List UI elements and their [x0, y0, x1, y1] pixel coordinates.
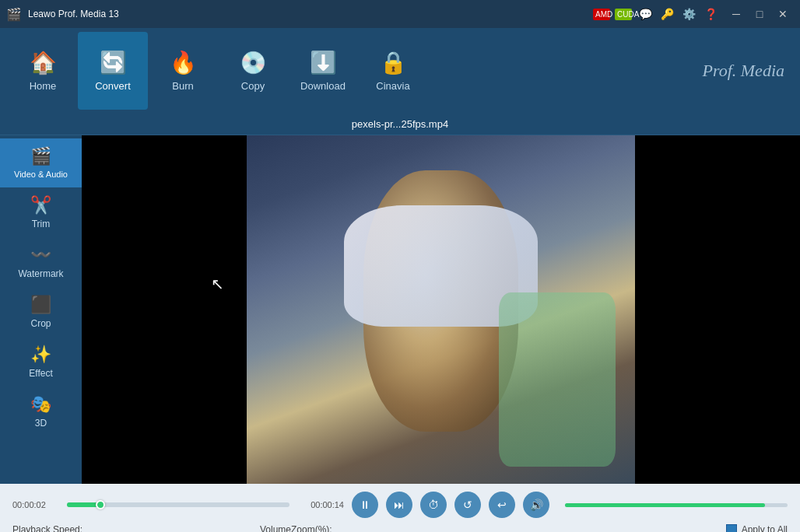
volume-fill [565, 503, 765, 507]
sidebar-trim-label: Trim [32, 219, 51, 229]
window-controls: ─ □ ✕ [725, 6, 794, 22]
nav-home[interactable]: 🏠 Home [8, 32, 78, 110]
burn-icon: 🔥 [170, 50, 197, 75]
timeline-row: 00:00:02 00:00:14 ⏸ ⏭ ⏱ ↺ ↩ 🔊 [12, 492, 788, 518]
sidebar: 🎬 Video & Audio ✂️ Trim 〰️ Watermark ⬛ C… [0, 135, 82, 484]
app-logo: 🎬 [6, 7, 22, 22]
volume-zoom-label: VolumeZoom(%): [260, 524, 431, 532]
video-content [247, 135, 634, 484]
video-background-person [499, 292, 616, 467]
apply-section: Apply to All Reset [726, 524, 788, 532]
apply-to-all-label: Apply to All [742, 524, 788, 532]
sidebar-watermark-label: Watermark [18, 268, 63, 279]
sidebar-crop-label: Crop [30, 318, 51, 329]
bottom-controls: Playback Speed: ⊖ ⊕ 1/4 1/3 1/2 1 2 3 4 [12, 524, 788, 532]
copy-icon: 💿 [240, 50, 267, 75]
nav-cinavia-label: Cinavia [376, 80, 409, 92]
amd-icon[interactable]: AMD [593, 9, 610, 20]
volume-button[interactable]: 🔊 [523, 492, 549, 518]
filename-label: pexels-pr...25fps.mp4 [352, 118, 448, 130]
nav-home-label: Home [30, 80, 57, 92]
maximize-button[interactable]: □ [749, 6, 770, 22]
video-frame: ↖ [82, 135, 800, 484]
nav-copy[interactable]: 💿 Copy [218, 32, 288, 110]
title-bar: 🎬 Leawo Prof. Media 13 AMD CUDA 💬 🔑 ⚙️ ❓… [0, 0, 800, 28]
volume-zoom-section: VolumeZoom(%): ⊖ ⊕ 100 0 500 Remove Nois… [260, 524, 431, 532]
video-preview-area: ↖ [82, 135, 800, 484]
speed-section: Playback Speed: ⊖ ⊕ 1/4 1/3 1/2 1 2 3 4 [12, 524, 244, 532]
app-title: Leawo Prof. Media 13 [28, 9, 587, 19]
key-icon[interactable]: 🔑 [658, 8, 675, 20]
sidebar-item-watermark[interactable]: 〰️ Watermark [0, 237, 82, 287]
main-content: 🎬 Video & Audio ✂️ Trim 〰️ Watermark ⬛ C… [0, 135, 800, 484]
nav-burn-label: Burn [172, 80, 193, 92]
close-button[interactable]: ✕ [772, 6, 794, 22]
rewind-button[interactable]: ↩ [489, 492, 515, 518]
nav-burn[interactable]: 🔥 Burn [148, 32, 218, 110]
progress-thumb[interactable] [96, 500, 105, 509]
home-icon: 🏠 [30, 50, 57, 75]
download-icon: ⬇️ [310, 50, 337, 75]
settings-icon[interactable]: ⚙️ [680, 8, 697, 20]
file-tab: pexels-pr...25fps.mp4 [0, 114, 800, 135]
nav-convert-label: Convert [95, 80, 131, 92]
sidebar-video-audio-label: Video & Audio [14, 170, 68, 180]
video-audio-icon: 🎬 [30, 146, 51, 166]
next-frame-button[interactable]: ⏭ [386, 492, 412, 518]
total-time: 00:00:14 [297, 500, 344, 509]
nav-cinavia[interactable]: 🔒 Cinavia [358, 32, 428, 110]
cinavia-icon: 🔒 [380, 50, 407, 75]
nav-copy-label: Copy [241, 80, 265, 92]
sidebar-item-3d[interactable]: 🎭 3D [0, 387, 82, 436]
speed-label: Playback Speed: [12, 524, 244, 532]
cuda-icon[interactable]: CUDA [615, 9, 632, 20]
minimize-button[interactable]: ─ [725, 6, 747, 22]
message-icon[interactable]: 💬 [637, 8, 654, 20]
cursor-indicator: ↖ [211, 275, 224, 293]
trim-icon: ✂️ [30, 195, 51, 215]
video-black-right [635, 135, 800, 484]
loop-button[interactable]: ↺ [454, 492, 481, 518]
sidebar-effect-label: Effect [29, 368, 52, 379]
pause-button[interactable]: ⏸ [352, 492, 378, 518]
nav-download[interactable]: ⬇️ Download [288, 32, 358, 110]
sidebar-item-trim[interactable]: ✂️ Trim [0, 187, 82, 237]
effect-icon: ✨ [30, 345, 51, 365]
sidebar-3d-label: 3D [35, 418, 47, 429]
top-nav: 🏠 Home 🔄 Convert 🔥 Burn 💿 Copy ⬇️ Downlo… [0, 28, 800, 114]
nav-download-label: Download [300, 80, 346, 92]
title-bar-icons: AMD CUDA 💬 🔑 ⚙️ ❓ [593, 8, 719, 20]
sidebar-item-crop[interactable]: ⬛ Crop [0, 287, 82, 337]
watermark-icon: 〰️ [30, 245, 51, 265]
3d-icon: 🎭 [30, 394, 51, 415]
progress-bar[interactable] [67, 502, 289, 507]
timer-button[interactable]: ⏱ [420, 492, 447, 518]
convert-icon: 🔄 [100, 50, 127, 75]
apply-to-all-row: Apply to All [726, 524, 788, 532]
sidebar-item-effect[interactable]: ✨ Effect [0, 337, 82, 387]
current-time: 00:00:02 [12, 500, 59, 509]
apply-to-all-checkbox[interactable] [726, 524, 737, 532]
brand-logo: Prof. Media [703, 61, 785, 81]
help-icon[interactable]: ❓ [702, 8, 719, 20]
sidebar-item-video-audio[interactable]: 🎬 Video & Audio [0, 138, 82, 187]
crop-icon: ⬛ [30, 295, 51, 315]
volume-slider[interactable] [565, 503, 788, 507]
controls-area: 00:00:02 00:00:14 ⏸ ⏭ ⏱ ↺ ↩ 🔊 Playback S… [0, 484, 800, 532]
video-black-left [82, 135, 247, 484]
nav-convert[interactable]: 🔄 Convert [78, 32, 148, 110]
